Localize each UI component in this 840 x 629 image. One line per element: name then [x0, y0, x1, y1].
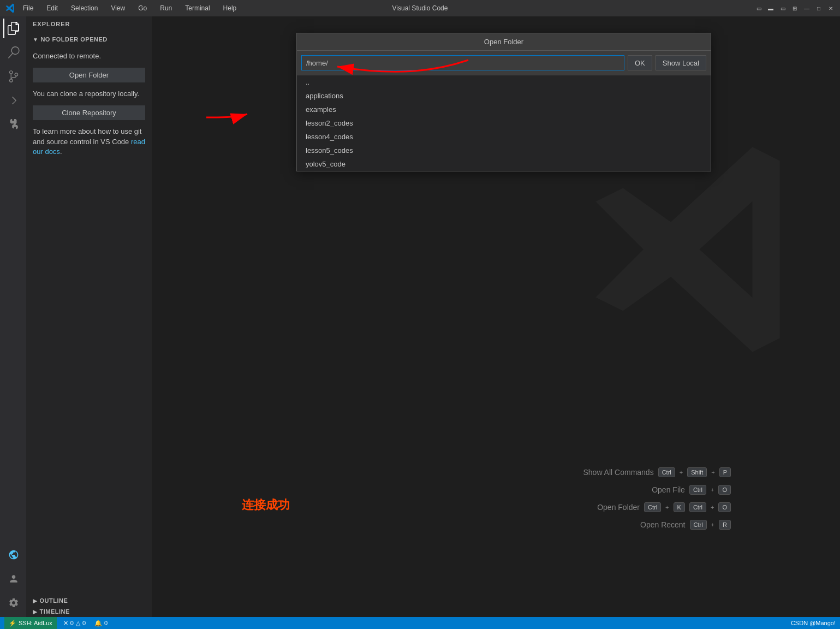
status-bar-right: CSDN @Mango! — [791, 620, 836, 626]
menu-file[interactable]: File — [21, 3, 35, 13]
errors-status[interactable]: ✕ 0 △ 0 — [61, 617, 88, 629]
list-item[interactable]: yolov5_code — [297, 157, 711, 171]
vscode-watermark — [589, 140, 807, 361]
clone-repo-button[interactable]: Clone Repository — [33, 105, 145, 120]
ssh-status[interactable]: ⚡ SSH: AidLux — [4, 617, 57, 629]
activity-settings[interactable] — [3, 593, 23, 613]
no-folder-title: ▼ NO FOLDER OPENED — [33, 34, 145, 45]
main-layout: EXPLORER ▼ NO FOLDER OPENED Connected to… — [0, 16, 840, 617]
editor-area: Open Folder OK Show Local .. application… — [152, 16, 840, 617]
status-bar-left: ⚡ SSH: AidLux ✕ 0 △ 0 🔔 0 — [4, 617, 110, 629]
menu-view[interactable]: View — [109, 3, 127, 13]
shortcut-label: Open File — [652, 485, 685, 494]
menu-edit[interactable]: Edit — [44, 3, 60, 13]
list-item[interactable]: .. — [297, 75, 711, 89]
menu-go[interactable]: Go — [136, 3, 149, 13]
notification-count: 0 — [104, 620, 108, 626]
kbd-ctrl: Ctrl — [644, 502, 661, 512]
shortcut-open-file: Open File Ctrl + O — [583, 485, 731, 495]
sidebar-content: Connected to remote. Open Folder You can… — [26, 47, 152, 168]
menu-help[interactable]: Help — [221, 3, 239, 13]
notifications-status[interactable]: 🔔 0 — [92, 617, 110, 629]
status-bar: ⚡ SSH: AidLux ✕ 0 △ 0 🔔 0 CSDN @Mango! — [0, 617, 840, 629]
shortcuts-panel: Show All Commands Ctrl + Shift + P Open … — [583, 467, 731, 530]
title-bar: File Edit Selection View Go Run Terminal… — [0, 0, 840, 16]
bell-icon: 🔔 — [94, 620, 102, 627]
layout-button-2[interactable]: ▬ — [767, 4, 775, 12]
kbd-ctrl-2: Ctrl — [689, 502, 706, 512]
layout-button-4[interactable]: ⊞ — [791, 4, 799, 12]
kbd-o: O — [718, 485, 731, 495]
shortcut-label: Open Folder — [597, 503, 640, 512]
dialog-title: Open Folder — [297, 33, 711, 51]
activity-remote[interactable] — [3, 545, 23, 565]
activity-run-debug[interactable] — [3, 91, 23, 110]
activity-account[interactable] — [3, 569, 23, 589]
shortcut-label: Show All Commands — [583, 468, 653, 477]
title-bar-left: File Edit Selection View Go Run Terminal… — [5, 3, 239, 13]
kbd-ctrl: Ctrl — [690, 520, 707, 530]
open-folder-dialog: Open Folder OK Show Local .. application… — [296, 33, 711, 171]
layout-button-1[interactable]: ▭ — [755, 4, 762, 12]
outline-section[interactable]: ▶ OUTLINE — [26, 595, 152, 606]
shortcut-open-folder: Open Folder Ctrl + K Ctrl + O — [583, 502, 731, 512]
git-info-text: To learn more about how to use git and s… — [33, 127, 145, 157]
activity-source-control[interactable] — [3, 67, 23, 86]
shortcut-open-recent: Open Recent Ctrl + R — [583, 520, 731, 530]
warning-icon: △ — [76, 620, 80, 627]
activity-search[interactable] — [3, 43, 23, 62]
shortcut-label: Open Recent — [640, 520, 686, 529]
list-item[interactable]: examples — [297, 103, 711, 116]
app-title: Visual Studio Code — [392, 4, 448, 12]
menu-selection[interactable]: Selection — [69, 3, 100, 13]
folder-path-input[interactable] — [301, 55, 624, 70]
chevron-right-icon-2: ▶ — [33, 609, 38, 615]
annotation-text: 连接成功 — [242, 497, 290, 513]
sidebar: EXPLORER ▼ NO FOLDER OPENED Connected to… — [26, 16, 152, 617]
kbd-k: K — [674, 502, 685, 512]
list-item[interactable]: lesson5_codes — [297, 144, 711, 157]
window-controls: ▭ ▬ ▭ ⊞ — □ ✕ — [755, 4, 835, 12]
menu-bar: File Edit Selection View Go Run Terminal… — [21, 3, 239, 13]
activity-bar — [0, 16, 26, 617]
show-local-button[interactable]: Show Local — [656, 55, 706, 70]
list-item[interactable]: lesson2_codes — [297, 116, 711, 130]
vscode-logo-icon — [5, 3, 15, 13]
no-folder-section: ▼ NO FOLDER OPENED — [26, 32, 152, 47]
activity-extensions[interactable] — [3, 115, 23, 134]
ok-button[interactable]: OK — [628, 55, 652, 70]
connected-text: Connected to remote. — [33, 51, 145, 61]
menu-run[interactable]: Run — [158, 3, 174, 13]
kbd-o-2: O — [718, 502, 731, 512]
timeline-section[interactable]: ▶ TIMELINE — [26, 606, 152, 617]
ssh-label: SSH: AidLux — [19, 620, 52, 626]
maximize-button[interactable]: □ — [815, 4, 823, 12]
shortcut-show-all-commands: Show All Commands Ctrl + Shift + P — [583, 467, 731, 477]
chevron-right-icon: ▶ — [33, 598, 38, 604]
activity-bar-bottom — [3, 545, 23, 617]
activity-explorer[interactable] — [3, 19, 23, 38]
minimize-button[interactable]: — — [803, 4, 811, 12]
sidebar-title: EXPLORER — [26, 16, 152, 32]
error-icon: ✕ — [63, 620, 68, 627]
list-item[interactable]: applications — [297, 89, 711, 103]
chevron-down-icon: ▼ — [33, 37, 38, 43]
menu-terminal[interactable]: Terminal — [183, 3, 212, 13]
kbd-r: R — [719, 520, 731, 530]
list-item[interactable]: lesson4_codes — [297, 130, 711, 144]
git-text: You can clone a repository locally. — [33, 89, 145, 99]
kbd-ctrl: Ctrl — [658, 467, 675, 477]
kbd-shift: Shift — [687, 467, 707, 477]
close-button[interactable]: ✕ — [827, 4, 835, 12]
error-count: 0 — [70, 620, 74, 626]
layout-button-3[interactable]: ▭ — [779, 4, 787, 12]
csdn-text: CSDN @Mango! — [791, 620, 836, 626]
folder-list: .. applications examples lesson2_codes l… — [297, 75, 711, 171]
warning-count: 0 — [82, 620, 86, 626]
open-folder-button[interactable]: Open Folder — [33, 68, 145, 82]
kbd-p: P — [719, 467, 731, 477]
kbd-ctrl: Ctrl — [689, 485, 706, 495]
dialog-input-row: OK Show Local — [297, 51, 711, 75]
remote-icon-status: ⚡ — [9, 620, 16, 627]
